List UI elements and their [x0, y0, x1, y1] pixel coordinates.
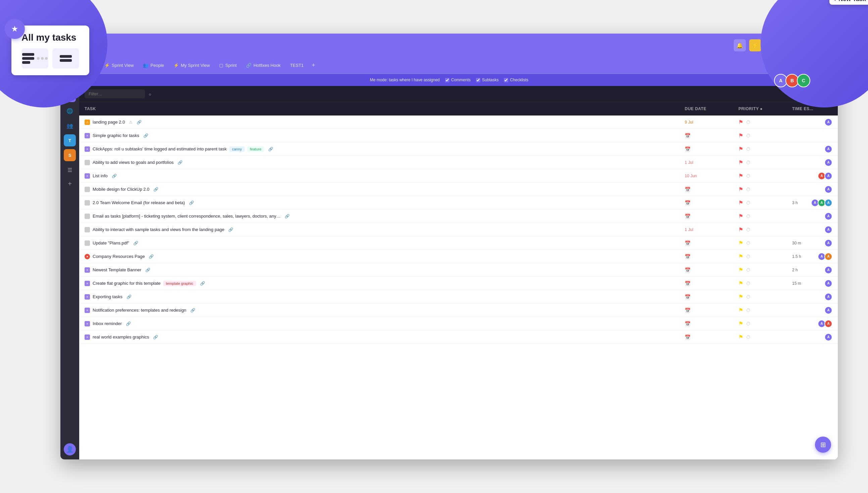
subtasks-checkbox[interactable]: Subtasks	[476, 78, 498, 82]
comments-checkbox-input[interactable]	[445, 78, 449, 82]
subtasks-checkbox-input[interactable]	[476, 78, 480, 82]
calendar-icon: 📅	[685, 240, 690, 246]
task-time-est: A	[792, 212, 832, 220]
task-list: ⚠ landing page 2.0 ⚠ 🔗 9 Jul ⚑ ⏱ A ≡ Sim…	[79, 115, 838, 459]
task-row[interactable]: Update "Plans.pdf" 🔗 📅 ⚑ ⏱ 30 m A	[79, 236, 838, 250]
task-row[interactable]: ≡ Simple graphic for tasks 🔗 📅 ⚑ ⏱	[79, 129, 838, 143]
tabs-bar: 📅 Calendar ⚡ Sprint View 👥 People ⚡ My S…	[61, 57, 838, 74]
calendar-icon: 📅	[685, 187, 690, 192]
task-row[interactable]: ⚠ landing page 2.0 ⚠ 🔗 9 Jul ⚑ ⏱ A	[79, 115, 838, 129]
task-row[interactable]: ≡ List info 🔗 10 Jun ⚑ ⏱ AA	[79, 169, 838, 183]
tab-my-sprint-view[interactable]: ⚡ My Sprint View	[170, 61, 214, 70]
priority-flag: ⚑	[738, 320, 743, 327]
calendar-icon: 📅	[685, 146, 690, 152]
task-row[interactable]: ≡ real world examples graphics 🔗 📅 ⚑ ⏱ A	[79, 330, 838, 344]
attach-icon: 🔗	[189, 200, 194, 205]
task-row[interactable]: ≡ Create flat graphic for this template …	[79, 277, 838, 290]
timer-icon: ⏱	[746, 267, 751, 273]
due-date-col-label: DUE DATE	[685, 106, 706, 111]
assignees-cell: A	[824, 279, 832, 287]
filter-funnel-icon[interactable]: ⬦	[148, 91, 152, 97]
sidebar-icon-s[interactable]: S	[64, 149, 76, 161]
task-col-label: TASK	[85, 106, 96, 111]
checklists-checkbox[interactable]: Checklists	[504, 78, 528, 82]
task-row[interactable]: ● Company Resources Page 🔗 📅 ⚑ ⏱ 1.5 h A…	[79, 250, 838, 263]
task-name: Exporting tasks	[93, 294, 123, 299]
task-row[interactable]: ≡ ClickApps: roll u subtasks' time logge…	[79, 143, 838, 156]
col-due-date[interactable]: DUE DATE	[685, 106, 738, 111]
bolt-icon-btn[interactable]: ⚡	[749, 39, 761, 51]
task-name: List info	[93, 173, 108, 178]
attach-icon: 🔗	[133, 241, 138, 245]
task-type-icon: ≡	[85, 335, 90, 340]
task-time-est: 1.5 h AA	[792, 253, 832, 261]
time-est-col-label: TIME ES...	[792, 106, 813, 111]
sidebar-icon-people[interactable]: 👥	[64, 120, 76, 132]
task-name-cell: ≡ Notification preferences: templates an…	[85, 308, 685, 313]
assignee-avatar: A	[824, 293, 832, 301]
task-tag: template graphic	[163, 281, 196, 286]
task-priority-cell: ⚑ ⏱	[738, 186, 792, 192]
task-row[interactable]: Ability to add views to goals and portfo…	[79, 156, 838, 169]
task-row[interactable]: Email as tasks [platform] - ticketing sy…	[79, 210, 838, 223]
task-type-icon: ≡	[85, 294, 90, 300]
col-priority[interactable]: PRIORITY ●	[738, 106, 792, 111]
task-name-cell: ≡ List info 🔗	[85, 173, 685, 179]
task-row[interactable]: ≡ Inbox reminder 🔗 📅 ⚑ ⏱ AA	[79, 317, 838, 330]
assignees-cell: A	[824, 118, 832, 126]
checklists-checkbox-input[interactable]	[504, 78, 508, 82]
task-name: Create flat graphic for this template	[93, 281, 160, 286]
task-time-est: A	[792, 118, 832, 126]
calendar-icon: 📅	[685, 133, 690, 138]
assignee-avatar: A	[824, 239, 832, 247]
task-due-date: 📅	[685, 214, 738, 219]
sidebar-add-button[interactable]: +	[68, 180, 72, 188]
tab-hotfixes[interactable]: 🔗 Hotfixes Hook	[242, 61, 285, 70]
task-row[interactable]: ≡ Notification preferences: templates an…	[79, 304, 838, 317]
task-time-est: A	[792, 293, 832, 301]
assignees-cell: A	[824, 306, 832, 314]
header-bar: 🔔 ⚡ n + + New Task ▾	[61, 34, 838, 57]
task-type-icon: ≡	[85, 321, 90, 326]
task-name-cell: Ability to add views to goals and portfo…	[85, 160, 685, 165]
task-row[interactable]: ≡ Exporting tasks 🔗 📅 ⚑ ⏱ A	[79, 290, 838, 304]
timer-icon: ⏱	[746, 133, 751, 138]
time-est-value: 30 m	[792, 241, 801, 245]
attach-icon: 🔗	[153, 335, 158, 340]
assignees-cell: AA	[818, 172, 832, 180]
people-tab-icon: 👥	[143, 63, 148, 68]
tab-sprint-view[interactable]: ⚡ Sprint View	[101, 61, 138, 70]
timer-icon: ⏱	[746, 200, 751, 206]
sidebar-icon-list[interactable]: ☰	[64, 164, 76, 176]
time-est-value: 15 m	[792, 281, 801, 286]
sidebar-icon-globe[interactable]: 🌐	[64, 105, 76, 117]
priority-flag: ⚑	[738, 280, 743, 286]
assignees-cell: AA	[818, 320, 832, 328]
task-row[interactable]: Ability to interact with sample tasks an…	[79, 223, 838, 236]
tab-sprint[interactable]: ▢ Sprint	[215, 61, 241, 70]
priority-flag: ⚑	[738, 307, 743, 313]
task-due-date: 📅	[685, 335, 738, 340]
assignee-avatar: A	[824, 145, 832, 153]
attach-icon: 🔗	[285, 214, 290, 219]
tab-people[interactable]: 👥 People	[139, 61, 168, 70]
filter-input[interactable]	[85, 89, 145, 99]
calendar-icon: 📅	[685, 281, 690, 286]
comments-checkbox[interactable]: Comments	[445, 78, 471, 82]
tab-test1[interactable]: TEST1	[286, 61, 308, 70]
assignees-cell: A	[824, 185, 832, 193]
fab-button[interactable]: ⊞	[815, 436, 831, 453]
attach-icon: 🔗	[153, 187, 158, 192]
timer-icon: ⏱	[746, 281, 751, 286]
task-row[interactable]: ≡ Newest Template Banner 🔗 📅 ⚑ ⏱ 2 h A	[79, 263, 838, 277]
notification-icon-btn[interactable]: 🔔	[734, 39, 746, 51]
tab-add-button[interactable]: +	[309, 60, 318, 71]
attach-icon: 🔗	[178, 160, 183, 165]
task-row[interactable]: Mobile design for ClickUp 2.0 🔗 📅 ⚑ ⏱ A	[79, 183, 838, 196]
task-type-icon	[85, 240, 90, 246]
task-due-date: 📅	[685, 200, 738, 206]
sidebar-user-avatar[interactable]: 👤	[64, 443, 76, 455]
sidebar-icon-t[interactable]: T	[64, 134, 76, 146]
task-row[interactable]: 2.0 Team Welcome Email (for release and …	[79, 196, 838, 210]
task-due-date: 📅	[685, 187, 738, 192]
